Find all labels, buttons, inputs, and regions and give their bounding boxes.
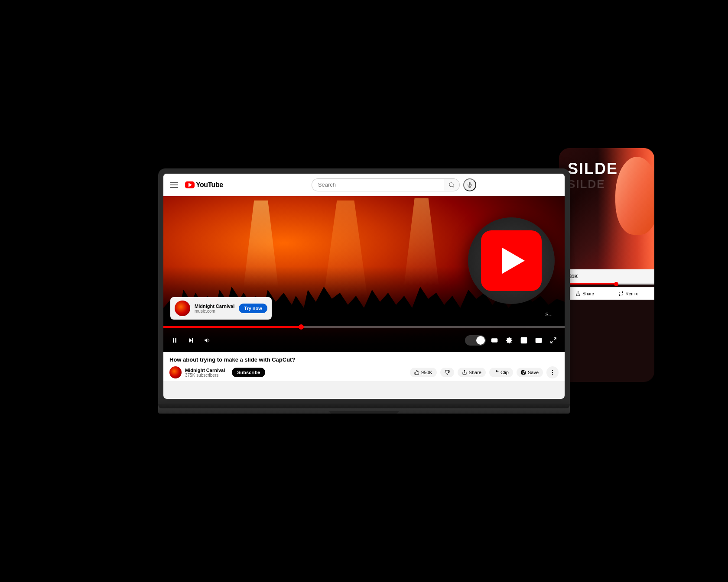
svg-rect-6 <box>175 338 176 343</box>
mobile-top: SILDE SILDE <box>559 148 654 269</box>
video-title: How about trying to make a slide with Ca… <box>169 356 559 363</box>
share-label: Share <box>469 370 481 375</box>
video-actions: 950K <box>410 366 559 378</box>
like-count: 950K <box>421 370 432 375</box>
autoplay-toggle[interactable] <box>465 335 486 346</box>
svg-rect-15 <box>524 340 526 343</box>
mic-button[interactable] <box>463 178 476 191</box>
share-button[interactable]: Share <box>458 368 486 377</box>
mobile-card: SILDE SILDE 1.31K <box>559 148 654 382</box>
search-button[interactable] <box>444 178 460 191</box>
video-controls <box>163 329 565 352</box>
hamburger-menu-button[interactable] <box>170 182 178 188</box>
search-input[interactable] <box>312 178 444 191</box>
laptop-base <box>158 404 570 414</box>
svg-point-20 <box>552 370 553 371</box>
channel-details: Midnight Carnival 375K subscribers <box>185 368 225 378</box>
youtube-logo-icon <box>185 181 195 188</box>
mobile-remix-label: Remix <box>625 291 637 296</box>
svg-marker-9 <box>205 338 207 342</box>
mobile-album-text: SILDE SILDE <box>568 161 618 190</box>
skip-label: S... <box>545 312 552 317</box>
fullscreen-button[interactable] <box>547 334 559 346</box>
dislike-button[interactable] <box>440 368 454 377</box>
next-button[interactable] <box>185 334 197 346</box>
video-progress-bar[interactable] <box>163 326 565 328</box>
svg-marker-7 <box>189 338 192 343</box>
mobile-album-subtitle: SILDE <box>568 178 618 190</box>
mobile-actions: Share Remix <box>559 288 654 300</box>
ad-thumbnail <box>175 301 190 316</box>
youtube-play-arrow-icon <box>502 248 525 274</box>
mobile-info-row: 1.31K <box>559 269 654 283</box>
svg-rect-5 <box>173 338 174 343</box>
svg-rect-10 <box>491 339 497 342</box>
channel-avatar <box>169 366 182 378</box>
hamburger-line-1 <box>170 182 178 183</box>
mobile-content: SILDE SILDE 1.31K <box>559 148 654 382</box>
youtube-header: YouTube <box>163 174 565 196</box>
controls-right <box>465 334 559 346</box>
ad-title: Midnight Carnival <box>195 304 234 309</box>
svg-point-1 <box>449 182 453 186</box>
more-actions-button[interactable] <box>546 366 559 378</box>
subscribe-button[interactable]: Subscribe <box>232 368 265 377</box>
mobile-remix-button[interactable]: Remix <box>618 291 637 296</box>
mobile-progress-bar[interactable] <box>559 283 654 285</box>
ad-info: Midnight Carnival music.com <box>195 304 234 314</box>
theater-mode-button[interactable] <box>533 334 545 346</box>
video-meta: How about trying to make a slide with Ca… <box>163 352 565 381</box>
clip-button[interactable]: Clip <box>489 368 513 377</box>
youtube-logo[interactable]: YouTube <box>185 181 223 189</box>
settings-button[interactable] <box>503 334 515 346</box>
stage-light-2 <box>324 200 367 296</box>
pause-button[interactable] <box>169 334 181 346</box>
scene: SILDE SILDE 1.31K <box>61 53 667 529</box>
svg-point-22 <box>552 374 553 375</box>
save-label: Save <box>528 370 539 375</box>
hamburger-line-3 <box>170 187 178 188</box>
mobile-share-button[interactable]: Share <box>575 291 594 296</box>
ad-url: music.com <box>195 309 234 314</box>
video-progress-fill <box>163 326 304 328</box>
hamburger-line-2 <box>170 184 178 185</box>
laptop-stand <box>158 404 570 408</box>
skip-button[interactable]: S... <box>540 309 558 320</box>
channel-row: Midnight Carnival 375K subscribers Subsc… <box>169 366 559 378</box>
channel-info: Midnight Carnival 375K subscribers Subsc… <box>169 366 265 378</box>
svg-point-21 <box>552 372 553 373</box>
youtube-circle-inner <box>481 230 542 291</box>
channel-subscribers: 375K subscribers <box>185 373 225 378</box>
volume-button[interactable] <box>202 334 214 346</box>
like-button[interactable]: 950K <box>410 368 437 377</box>
channel-name: Midnight Carnival <box>185 368 225 373</box>
ad-try-now-button[interactable]: Try now <box>239 304 267 313</box>
captions-button[interactable] <box>488 334 500 346</box>
youtube-circle-logo <box>468 217 555 304</box>
stage-light-1 <box>244 200 278 287</box>
svg-rect-8 <box>192 338 193 343</box>
search-container <box>312 178 476 191</box>
svg-rect-16 <box>536 338 541 343</box>
mobile-album-title: SILDE <box>568 161 618 177</box>
mobile-progress-dot <box>614 282 618 286</box>
svg-line-2 <box>453 186 454 187</box>
youtube-logo-text: YouTube <box>196 181 223 189</box>
mobile-share-label: Share <box>582 291 594 296</box>
ad-overlay: Midnight Carnival music.com Try now <box>170 297 272 320</box>
save-button[interactable]: Save <box>517 368 543 377</box>
mini-player-button[interactable] <box>518 334 530 346</box>
stage-light-3 <box>404 198 439 285</box>
toggle-knob <box>476 336 485 345</box>
clip-label: Clip <box>500 370 509 375</box>
